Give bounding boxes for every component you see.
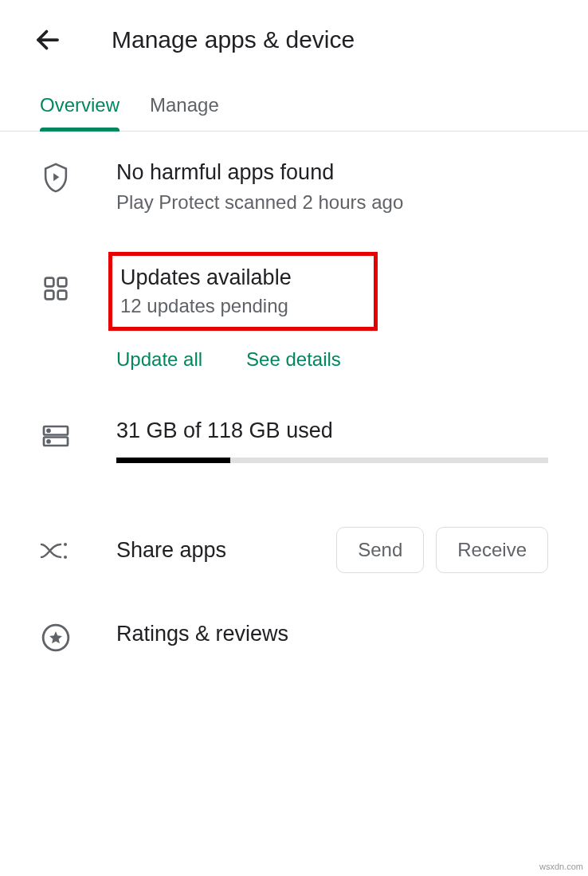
share-apps-section: Share apps Send Receive	[40, 463, 548, 573]
svg-point-10	[64, 556, 67, 559]
ratings-title: Ratings & reviews	[116, 622, 288, 646]
svg-rect-2	[58, 278, 67, 287]
star-circle-icon	[41, 623, 71, 653]
back-button[interactable]	[32, 24, 64, 56]
share-shuffle-icon	[40, 540, 72, 562]
watermark: wsxdn.com	[539, 862, 583, 871]
ratings-section[interactable]: Ratings & reviews	[40, 573, 548, 653]
page-title: Manage apps & device	[112, 26, 355, 53]
share-title: Share apps	[116, 538, 336, 563]
protect-subtitle: Play Protect scanned 2 hours ago	[116, 191, 548, 214]
storage-progress-bar	[116, 458, 548, 463]
protect-title: No harmful apps found	[116, 160, 548, 185]
tab-overview[interactable]: Overview	[40, 80, 120, 131]
storage-progress-fill	[116, 458, 230, 463]
svg-point-7	[48, 430, 50, 432]
tab-manage[interactable]: Manage	[150, 80, 219, 131]
update-all-button[interactable]: Update all	[116, 348, 202, 371]
updates-highlight-box: Updates available 12 updates pending	[108, 252, 378, 331]
send-button[interactable]: Send	[336, 527, 424, 573]
updates-section: Updates available 12 updates pending Upd…	[40, 214, 548, 371]
svg-point-8	[48, 440, 50, 442]
apps-grid-icon	[43, 276, 69, 301]
updates-subtitle: 12 updates pending	[120, 295, 366, 317]
arrow-back-icon	[33, 26, 62, 54]
storage-section[interactable]: 31 GB of 118 GB used	[40, 371, 548, 463]
storage-title: 31 GB of 118 GB used	[116, 418, 548, 443]
svg-point-9	[64, 543, 67, 546]
svg-rect-1	[45, 278, 54, 287]
storage-icon	[41, 422, 70, 450]
shield-play-icon	[41, 162, 70, 194]
see-details-button[interactable]: See details	[246, 348, 341, 371]
receive-button[interactable]: Receive	[436, 527, 548, 573]
updates-title: Updates available	[120, 265, 366, 290]
svg-rect-3	[45, 291, 54, 300]
tab-bar: Overview Manage	[0, 80, 588, 132]
play-protect-section[interactable]: No harmful apps found Play Protect scann…	[40, 132, 548, 214]
svg-rect-4	[58, 291, 67, 300]
